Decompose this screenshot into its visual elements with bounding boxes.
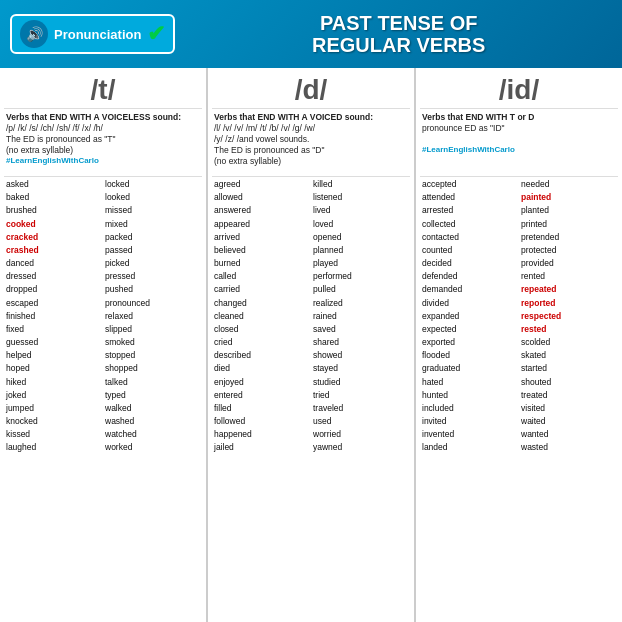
word: picked	[103, 257, 202, 270]
word: entered	[212, 389, 311, 402]
word: danced	[4, 257, 103, 270]
word: respected	[519, 310, 618, 323]
title-block: PAST TENSE OF REGULAR VERBS	[185, 12, 612, 56]
word: protected	[519, 244, 618, 257]
word: hiked	[4, 376, 103, 389]
word: followed	[212, 415, 311, 428]
word: shouted	[519, 376, 618, 389]
words-grid-t: asked baked brushed cooked cracked crash…	[4, 177, 202, 456]
word: showed	[311, 349, 410, 362]
column-t: /t/ Verbs that END WITH A VOICELESS soun…	[0, 68, 208, 622]
col-header-id: /id/	[420, 72, 618, 109]
word: rented	[519, 270, 618, 283]
hashtag-id: #LearnEnglishWithCarlo	[422, 145, 616, 155]
word: started	[519, 362, 618, 375]
word: joked	[4, 389, 103, 402]
hashtag-t: #LearnEnglishWithCarlo	[6, 156, 200, 166]
word: helped	[4, 349, 103, 362]
word: dropped	[4, 283, 103, 296]
word: jumped	[4, 402, 103, 415]
word: counted	[420, 244, 519, 257]
word: died	[212, 362, 311, 375]
word: attended	[420, 191, 519, 204]
word: happened	[212, 428, 311, 441]
word: closed	[212, 323, 311, 336]
word: collected	[420, 218, 519, 231]
word: killed	[311, 178, 410, 191]
content-area: /t/ Verbs that END WITH A VOICELESS soun…	[0, 68, 622, 622]
words-col1-t: asked baked brushed cooked cracked crash…	[4, 178, 103, 455]
word: divided	[420, 297, 519, 310]
word: graduated	[420, 362, 519, 375]
word: included	[420, 402, 519, 415]
word: shared	[311, 336, 410, 349]
word: escaped	[4, 297, 103, 310]
word: pronounced	[103, 297, 202, 310]
word: opened	[311, 231, 410, 244]
word: repeated	[519, 283, 618, 296]
words-grid-id: accepted attended arrested collected con…	[420, 177, 618, 456]
word: traveled	[311, 402, 410, 415]
word: looked	[103, 191, 202, 204]
checkmark-icon: ✔	[147, 21, 165, 47]
word: arrived	[212, 231, 311, 244]
word: smoked	[103, 336, 202, 349]
words-col2-t: locked looked missed mixed packed passed…	[103, 178, 202, 455]
word: needed	[519, 178, 618, 191]
word: reported	[519, 297, 618, 310]
col-header-t: /t/	[4, 72, 202, 109]
word: treated	[519, 389, 618, 402]
word: relaxed	[103, 310, 202, 323]
word: enjoyed	[212, 376, 311, 389]
pronunciation-badge: 🔊 Pronunciation ✔	[10, 14, 175, 54]
words-col1-id: accepted attended arrested collected con…	[420, 178, 519, 455]
main-title: PAST TENSE OF REGULAR VERBS	[185, 12, 612, 56]
word: tried	[311, 389, 410, 402]
header: 🔊 Pronunciation ✔ PAST TENSE OF REGULAR …	[0, 0, 622, 68]
word: landed	[420, 441, 519, 454]
word: skated	[519, 349, 618, 362]
word: provided	[519, 257, 618, 270]
word: wasted	[519, 441, 618, 454]
word: laughed	[4, 441, 103, 454]
word: appeared	[212, 218, 311, 231]
word: dressed	[4, 270, 103, 283]
word: packed	[103, 231, 202, 244]
word: shopped	[103, 362, 202, 375]
word: planted	[519, 204, 618, 217]
word: hoped	[4, 362, 103, 375]
col-desc-t: Verbs that END WITH A VOICELESS sound: /…	[4, 109, 202, 177]
word: guessed	[4, 336, 103, 349]
word: pressed	[103, 270, 202, 283]
word: wanted	[519, 428, 618, 441]
word: washed	[103, 415, 202, 428]
word: stayed	[311, 362, 410, 375]
word: believed	[212, 244, 311, 257]
word: agreed	[212, 178, 311, 191]
word: filled	[212, 402, 311, 415]
word: burned	[212, 257, 311, 270]
word: pretended	[519, 231, 618, 244]
word: studied	[311, 376, 410, 389]
word: locked	[103, 178, 202, 191]
word: watched	[103, 428, 202, 441]
word: slipped	[103, 323, 202, 336]
words-col2-id: needed painted planted printed pretended…	[519, 178, 618, 455]
word: decided	[420, 257, 519, 270]
word: cracked	[4, 231, 103, 244]
word: rested	[519, 323, 618, 336]
word: brushed	[4, 204, 103, 217]
word: answered	[212, 204, 311, 217]
words-col2-d: killed listened lived loved opened plann…	[311, 178, 410, 455]
word: painted	[519, 191, 618, 204]
word: demanded	[420, 283, 519, 296]
word: scolded	[519, 336, 618, 349]
pronunciation-label: Pronunciation	[54, 27, 141, 42]
word: cried	[212, 336, 311, 349]
word: carried	[212, 283, 311, 296]
words-grid-d: agreed allowed answered appeared arrived…	[212, 177, 410, 456]
word: described	[212, 349, 311, 362]
word: printed	[519, 218, 618, 231]
word: knocked	[4, 415, 103, 428]
word: lived	[311, 204, 410, 217]
